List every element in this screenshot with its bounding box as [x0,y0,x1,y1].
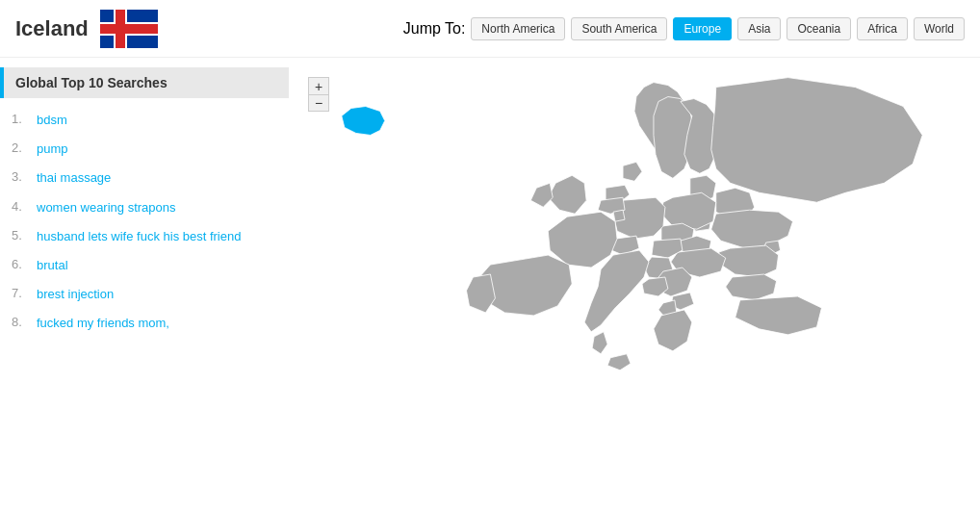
nav-north-america[interactable]: North America [471,17,565,40]
list-item: 1. bdsm [0,106,289,135]
search-term-6[interactable]: brutal [37,257,68,274]
search-term-3[interactable]: thai massage [37,169,111,187]
rank-8: 8. [12,315,31,329]
list-item: 2. pump [0,135,289,164]
search-term-8[interactable]: fucked my friends mom, [37,315,169,332]
search-term-4[interactable]: women wearing strapons [37,199,176,217]
nav-africa[interactable]: Africa [857,17,908,40]
country-name: Iceland [15,16,89,41]
iceland-flag [100,10,158,48]
nav-asia[interactable]: Asia [737,17,781,40]
nav-oceania[interactable]: Oceania [787,17,851,40]
rank-1: 1. [12,112,31,126]
list-item: 3. thai massage [0,164,289,192]
search-term-7[interactable]: brest injection [37,286,114,303]
nav-south-america[interactable]: South America [571,17,667,40]
zoom-controls: + − [308,77,329,112]
jump-to-label: Jump To: [403,20,466,38]
main-content: Global Top 10 Searches 1. bdsm 2. pump 3… [0,58,980,510]
list-item: 5. husband lets wife fuck his best frien… [0,222,289,251]
rank-3: 3. [12,169,31,184]
list-item: 6. brutal [0,251,289,280]
search-term-2[interactable]: pump [37,140,68,158]
jump-to-nav: Jump To: North America South America Eur… [403,17,965,40]
country-info: Iceland [15,10,158,48]
zoom-out-button[interactable]: − [308,94,329,112]
header: Iceland Jump To: North America South Ame… [0,0,980,58]
svg-rect-3 [100,24,158,34]
sidebar: Global Top 10 Searches 1. bdsm 2. pump 3… [0,58,289,510]
sidebar-title: Global Top 10 Searches [0,67,289,98]
rank-4: 4. [12,199,31,214]
zoom-in-button[interactable]: + [308,77,329,94]
list-item: 7. brest injection [0,280,289,309]
nav-world[interactable]: World [914,17,965,40]
map-area: + − [289,58,980,510]
search-term-5[interactable]: husband lets wife fuck his best friend [37,228,241,245]
nav-europe[interactable]: Europe [673,17,732,40]
rank-2: 2. [12,140,31,155]
list-item: 4. women wearing strapons [0,193,289,222]
rank-7: 7. [12,286,31,300]
search-term-1[interactable]: bdsm [37,112,67,129]
list-item: 8. fucked my friends mom, [0,309,289,338]
europe-map [289,58,980,510]
svg-rect-4 [116,10,125,48]
rank-6: 6. [12,257,31,271]
rank-5: 5. [12,228,31,242]
